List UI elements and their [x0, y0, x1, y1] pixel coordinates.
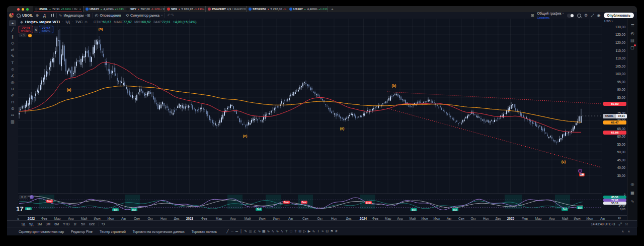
- interval-5Д[interactable]: 5Д: [27, 222, 35, 226]
- measure-tool-icon[interactable]: ∡: [9, 73, 16, 79]
- alerts-panel-icon[interactable]: ◴: [629, 30, 636, 36]
- draw-tool-icon[interactable]: ∿: [271, 229, 275, 233]
- add-symbol-icon[interactable]: ⊕: [35, 13, 39, 18]
- close-tab-icon[interactable]: ×: [79, 8, 81, 11]
- channel-tool-icon[interactable]: ∥: [9, 33, 16, 39]
- draw-tool-icon[interactable]: ✎: [244, 229, 248, 233]
- zoom-window-icon[interactable]: [26, 8, 29, 11]
- interval-6М[interactable]: 6М: [52, 222, 61, 226]
- brush-tool-icon[interactable]: ✎: [9, 53, 16, 59]
- sell-button[interactable]: 72,91ПРОДАТЬ: [19, 26, 33, 33]
- draw-tool-icon[interactable]: ∿: [311, 229, 316, 233]
- oscillator-collapsed-pill[interactable]: ▼ 2: [19, 195, 28, 199]
- browser-tab[interactable]: US10Y▲4,409%+1.01%/×: [84, 6, 124, 12]
- draw-tool-icon[interactable]: ⊟: [325, 229, 330, 233]
- interval-button[interactable]: Д: [43, 14, 46, 17]
- buy-button[interactable]: 72,97КУПИТЬ: [39, 26, 53, 33]
- hide-drawings-tool-icon[interactable]: ⊙: [9, 105, 16, 111]
- legend-interval[interactable]: 1Д: [65, 20, 69, 24]
- quick-search-icon[interactable]: [577, 14, 581, 18]
- draw-tool-icon[interactable]: ⊞: [298, 229, 302, 233]
- browser-tab[interactable]: SPY▼597,00-1.12%/ Р×: [124, 6, 165, 12]
- close-window-icon[interactable]: [17, 8, 20, 11]
- draw-mode-tool-icon[interactable]: ✐: [9, 92, 16, 98]
- magnet-tool-icon[interactable]: ∪: [9, 86, 16, 92]
- browser-tab[interactable]: SPX▼5 976,97-1.13%/ Ю×: [165, 6, 206, 12]
- help-icon[interactable]: ◎: [629, 181, 636, 187]
- draw-tool-icon[interactable]: ▷: [302, 229, 307, 233]
- draw-tool-icon[interactable]: ∿: [257, 229, 262, 233]
- symbol-search-button[interactable]: USOIL: [17, 14, 33, 18]
- user-avatar[interactable]: [9, 13, 14, 18]
- calendar-icon[interactable]: ▦: [629, 190, 636, 196]
- replay-button[interactable]: ⟲ Симулятор рынка ˅: [125, 13, 163, 18]
- draw-tool-icon[interactable]: ≈: [320, 229, 325, 233]
- draw-tool-icon[interactable]: ⚑: [330, 229, 334, 233]
- interval-1М[interactable]: 1М: [35, 222, 44, 226]
- collapse-panel-icon[interactable]: ˄: [622, 230, 624, 233]
- minimize-window-icon[interactable]: [22, 8, 24, 11]
- text-tool-icon[interactable]: T: [9, 59, 16, 66]
- redo-icon[interactable]: ↷: [171, 13, 174, 18]
- settings-gear-icon[interactable]: ⚙: [584, 13, 588, 18]
- main-chart[interactable]: (a)(b)(c)(a)(b)(c)BearBearBearBearBullBu…: [18, 19, 602, 215]
- eye-icon[interactable]: ⊙: [85, 20, 88, 24]
- draw-tool-icon[interactable]: □: [289, 229, 293, 233]
- browser-tab[interactable]: STOXX50▼5 272,00-1.5..×: [247, 6, 287, 12]
- interval-1Г[interactable]: 1Г: [71, 222, 79, 226]
- zoom-in-tool-icon[interactable]: ◎: [9, 79, 16, 85]
- panel-button[interactable]: Редактор Pine: [67, 230, 96, 233]
- clock-label[interactable]: 14:43:48 UTC+3: [591, 222, 615, 226]
- hotlists-icon[interactable]: ▤: [629, 37, 636, 43]
- maximize-pane-icon[interactable]: ⤢: [618, 222, 621, 227]
- draw-tool-icon[interactable]: ☰: [248, 229, 253, 233]
- draw-tool-icon[interactable]: ⇧: [293, 229, 298, 233]
- draw-tool-icon[interactable]: ─: [230, 229, 234, 233]
- panel-button[interactable]: Торговля на исторических данных: [129, 230, 188, 233]
- go-to-date-icon[interactable]: ⟲: [101, 222, 105, 226]
- new-tab-button[interactable]: +: [328, 7, 337, 12]
- draw-tool-icon[interactable]: #: [334, 229, 339, 233]
- alerts-button[interactable]: ◴ Оповещения: [95, 13, 121, 18]
- symbol-title[interactable]: Нефть марки WTI: [25, 20, 60, 24]
- emoji-tool-icon[interactable]: ☺: [9, 66, 16, 72]
- lock-drawings-tool-icon[interactable]: ⊓: [9, 99, 16, 105]
- chart-type-icon[interactable]: [50, 13, 54, 18]
- forecast-tool-icon[interactable]: ⇌: [9, 46, 16, 52]
- indicators-button[interactable]: ∿ Индикаторы ˅: [59, 13, 87, 18]
- draw-tool-icon[interactable]: ∿: [275, 229, 280, 233]
- interval-3М[interactable]: 3М: [44, 222, 52, 226]
- draw-tool-icon[interactable]: I: [316, 229, 320, 233]
- draw-tool-icon[interactable]: ▶: [307, 229, 311, 233]
- watchlist-icon[interactable]: ☰: [629, 23, 636, 29]
- theme-toggle[interactable]: [567, 14, 574, 18]
- draw-tool-icon[interactable]: ∿: [280, 229, 284, 233]
- draw-tool-icon[interactable]: ⊤: [284, 229, 289, 233]
- sync-drawings-tool-icon[interactable]: ∾: [9, 112, 16, 118]
- chat-icon[interactable]: ▢: [629, 44, 636, 50]
- browser-tab[interactable]: US10Y▲4,409%+1.01%/×: [287, 6, 328, 12]
- crosshair-tool-icon[interactable]: +: [9, 20, 16, 26]
- macos-traffic-lights[interactable]: [7, 8, 33, 11]
- collapsed-indicators-pill[interactable]: ˅ 3: [19, 33, 27, 37]
- oscillator-logo-icon[interactable]: [30, 195, 34, 199]
- trendline-tool-icon[interactable]: ╱: [9, 27, 16, 33]
- interval-1Д[interactable]: 1Д: [19, 222, 27, 226]
- templates-icon[interactable]: ⊞: [87, 13, 91, 18]
- panel-button[interactable]: Торговая панель: [188, 230, 220, 233]
- publish-button[interactable]: Опубликовать: [604, 13, 634, 18]
- layout-name-button[interactable]: Общий график ˅ Сохранить: [537, 12, 564, 19]
- fullscreen-icon[interactable]: ⤢: [591, 13, 594, 18]
- browser-tab[interactable]: PSAVERT4,9/ МАКРУХА 2×: [206, 6, 247, 12]
- price-axis[interactable]: USD ˅ 130,00125,00120,00115,00110,00105,…: [602, 19, 627, 215]
- interval-YTD[interactable]: YTD: [61, 222, 71, 226]
- pattern-tool-icon[interactable]: ◇: [9, 40, 16, 46]
- remove-drawings-tool-icon[interactable]: ▥: [9, 118, 16, 125]
- snapshot-camera-icon[interactable]: ◉: [597, 13, 601, 18]
- panel-button[interactable]: Тестер стратегий: [96, 230, 129, 233]
- warning-icon[interactable]: !: [28, 34, 32, 37]
- interval-5Л[interactable]: 5Л: [79, 222, 87, 226]
- timezone-settings-icon[interactable]: ⚙: [618, 216, 621, 220]
- expand-panel-icon[interactable]: ˄: [628, 230, 630, 233]
- draw-tool-icon[interactable]: │: [239, 229, 244, 233]
